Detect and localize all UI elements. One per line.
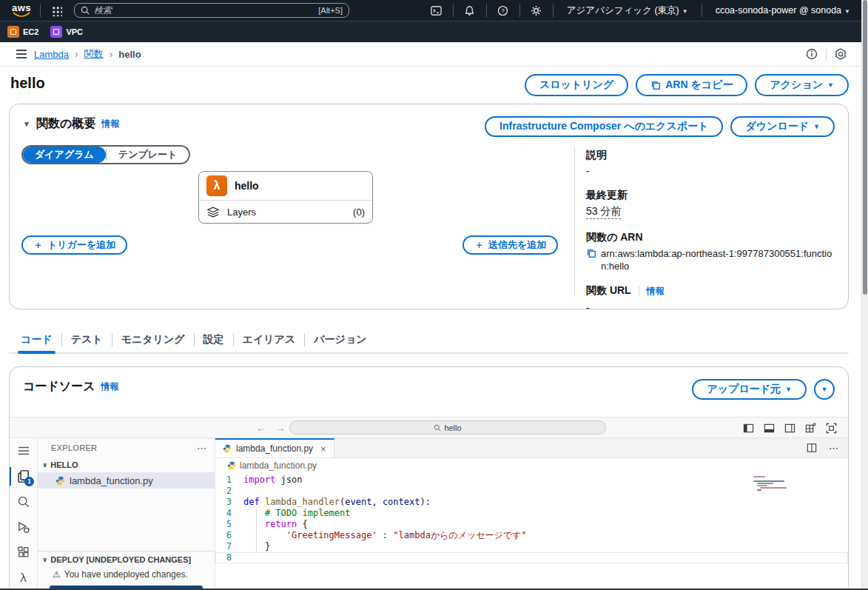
- explorer-folder-hello[interactable]: ∨ HELLO: [38, 457, 215, 472]
- function-diagram-node[interactable]: λ hello Layers (0): [198, 171, 373, 224]
- code-source-card: コードソース 情報 アップロード元▼ ▼ ← → hello: [9, 366, 849, 590]
- side-menu-icon[interactable]: [12, 45, 31, 63]
- copy-arn-button[interactable]: ARN をコピー: [636, 74, 747, 96]
- tab-3[interactable]: 設定: [195, 326, 233, 352]
- python-file-icon: [223, 444, 232, 453]
- favorite-ec2[interactable]: EC2: [7, 26, 38, 38]
- editor-more-icon[interactable]: ⋯: [829, 443, 839, 454]
- aws-lambda-icon[interactable]: λ: [10, 566, 37, 590]
- download-dropdown-button[interactable]: ダウンロード▼: [730, 116, 835, 137]
- tab-1[interactable]: テスト: [62, 326, 112, 352]
- overview-section-title: ▼ 関数の概要 情報: [23, 116, 119, 132]
- collapse-caret-icon[interactable]: ▼: [23, 120, 30, 128]
- last-updated-value[interactable]: 53 分前: [586, 205, 621, 219]
- layout-panel-icon[interactable]: [762, 421, 776, 435]
- breadcrumb-lambda[interactable]: Lambda: [34, 49, 69, 60]
- tab-0[interactable]: コード: [12, 326, 61, 352]
- function-url-info-link[interactable]: 情報: [647, 285, 665, 298]
- account-menu[interactable]: ccoa-sonoda-power @ sonoda▼: [708, 5, 858, 16]
- favorite-vpc[interactable]: VPC: [50, 26, 83, 38]
- add-destination-button[interactable]: ＋送信先を追加: [462, 235, 558, 255]
- overview-info-link[interactable]: 情報: [101, 118, 119, 130]
- code-source-info-link[interactable]: 情報: [101, 381, 119, 393]
- divider: [553, 4, 554, 17]
- explorer-more-icon[interactable]: ⋯: [197, 443, 207, 454]
- layers-row[interactable]: Layers (0): [199, 201, 372, 223]
- python-file-icon: [227, 461, 236, 470]
- files-icon[interactable]: 1: [10, 463, 37, 489]
- global-search-input[interactable]: 検索 [Alt+S]: [74, 3, 349, 18]
- editor-breadcrumb[interactable]: lambda_function.py: [215, 458, 848, 473]
- layout-sidebar-left-icon[interactable]: [741, 421, 755, 435]
- forward-icon[interactable]: →: [275, 422, 286, 434]
- customize-layout-icon[interactable]: [804, 421, 817, 435]
- actions-dropdown-button[interactable]: アクション▼: [755, 74, 849, 96]
- deploy-section-header[interactable]: ∨ DEPLOY [UNDEPLOYED CHANGES]: [38, 552, 215, 568]
- toggle-diagram[interactable]: ダイアグラム: [23, 147, 106, 163]
- editor-area: lambda_function.py × ⋯ lambda_function.p…: [215, 438, 848, 590]
- chevron-down-icon: ∨: [42, 461, 47, 469]
- line-number: 4: [215, 508, 243, 519]
- code-line-8[interactable]: 8: [215, 552, 848, 563]
- page-scrollbar-thumb[interactable]: [863, 0, 867, 295]
- layers-count: (0): [353, 207, 365, 218]
- copy-arn-icon[interactable]: [586, 248, 596, 258]
- editor-tab-lambda-function[interactable]: lambda_function.py ×: [215, 438, 334, 457]
- tab-4[interactable]: エイリアス: [234, 326, 305, 352]
- code-content[interactable]: 1import json23def lambda_handler(event, …: [215, 473, 848, 563]
- more-actions-circle-button[interactable]: ▼: [814, 379, 835, 400]
- breadcrumb-functions[interactable]: 関数: [84, 47, 104, 61]
- layers-label: Layers: [227, 207, 256, 218]
- split-editor-icon[interactable]: [802, 439, 821, 457]
- editor-tab-bar: lambda_function.py × ⋯: [215, 438, 848, 458]
- extensions-icon[interactable]: [10, 540, 37, 565]
- code-line-6[interactable]: 6 'GreetingMessage' : "lambdaからのメッセージです": [215, 530, 848, 541]
- description-value: -: [586, 165, 838, 177]
- menu-icon[interactable]: [10, 438, 37, 463]
- search-icon[interactable]: [10, 489, 37, 514]
- last-updated-label: 最終更新: [586, 189, 838, 202]
- code-line-7[interactable]: 7 }: [215, 541, 848, 552]
- breadcrumb-bar: Lambda › 関数 › hello: [0, 42, 862, 67]
- divider: [702, 4, 702, 17]
- chevron-down-icon: ▼: [813, 123, 820, 130]
- tab-5[interactable]: バージョン: [305, 326, 375, 352]
- activity-bar: 1 λ: [10, 438, 38, 590]
- python-file-icon: [55, 476, 65, 486]
- upload-from-dropdown-button[interactable]: アップロード元▼: [692, 379, 807, 400]
- page-scrollbar[interactable]: [861, 0, 868, 590]
- editor-search-bar[interactable]: hello: [289, 420, 606, 435]
- description-label: 説明: [586, 149, 838, 162]
- back-icon[interactable]: ←: [256, 422, 266, 434]
- explorer-file-lambda-function[interactable]: lambda_function.py: [38, 472, 215, 489]
- settings-gear-icon[interactable]: [526, 2, 547, 19]
- aws-logo[interactable]: aws: [9, 4, 34, 17]
- chevron-down-icon: ▼: [844, 8, 850, 15]
- code-line-5[interactable]: 5 return {: [215, 519, 848, 530]
- code-line-4[interactable]: 4 # TODO implement: [215, 508, 848, 519]
- screencast-frame-icon[interactable]: [824, 421, 838, 435]
- amazon-q-icon[interactable]: [831, 45, 850, 63]
- aws-top-nav: aws 検索 [Alt+S] ? アジアパシフィック (東京)▼ ccoa-so…: [0, 0, 868, 21]
- breadcrumb-separator: ›: [75, 48, 78, 60]
- chevron-down-icon: ▼: [682, 8, 688, 15]
- minimap[interactable]: [753, 476, 805, 492]
- bell-icon[interactable]: [460, 2, 480, 19]
- tab-2[interactable]: モニタリング: [112, 326, 194, 352]
- throttling-button[interactable]: スロットリング: [525, 74, 628, 96]
- close-tab-icon[interactable]: ×: [320, 443, 326, 455]
- services-grid-icon[interactable]: [51, 5, 62, 16]
- export-infrastructure-composer-button[interactable]: Infrastructure Composer へのエクスポート: [485, 116, 723, 137]
- line-number: 1: [215, 475, 243, 486]
- debug-icon[interactable]: [10, 514, 37, 540]
- layout-sidebar-right-icon[interactable]: [783, 421, 796, 435]
- info-circle-icon[interactable]: [802, 45, 821, 63]
- cloudshell-icon[interactable]: [426, 2, 447, 19]
- help-icon[interactable]: ?: [493, 2, 514, 19]
- add-trigger-button[interactable]: ＋トリガーを追加: [21, 235, 127, 255]
- code-line-3[interactable]: 3def lambda_handler(event, context):: [215, 497, 848, 508]
- editor-toolbar: ← → hello: [10, 418, 848, 438]
- region-selector[interactable]: アジアパシフィック (東京)▼: [559, 4, 696, 17]
- toggle-template[interactable]: テンプレート: [107, 147, 189, 163]
- diagram-function-name: hello: [235, 180, 259, 192]
